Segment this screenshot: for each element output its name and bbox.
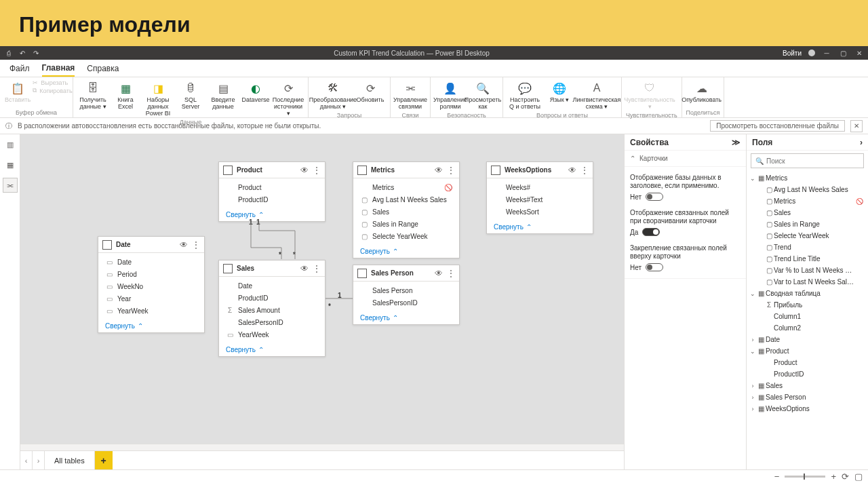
tree-row[interactable]: ⌄▦Product	[749, 345, 865, 357]
table-metrics[interactable]: Metrics👁⋮ Metrics🚫 ▢Avg Last N Weeks Sal…	[353, 161, 460, 258]
menu-file[interactable]: Файл	[9, 60, 30, 77]
manage-relations-button[interactable]: ⫘Управление связями	[395, 79, 426, 112]
report-view-button[interactable]: ▥	[3, 137, 18, 152]
add-tab-button[interactable]: +	[95, 451, 113, 469]
cut-button[interactable]: ✂Вырезать	[33, 79, 72, 86]
sql-button[interactable]: 🛢SQL Server	[175, 79, 206, 112]
enter-data-button[interactable]: ▤Введите данные	[208, 79, 239, 112]
more-icon[interactable]: ⋮	[447, 269, 455, 278]
toggle-pin-related[interactable]: Нет	[630, 262, 741, 275]
sensitivity-button[interactable]: 🛡Чувствительность ▾	[626, 79, 673, 112]
tree-row[interactable]: ΣПрибыль	[749, 299, 865, 311]
refresh-button[interactable]: ⟳Обновить	[355, 79, 386, 105]
more-icon[interactable]: ⋮	[447, 166, 455, 175]
fit-width-button[interactable]: ▢	[854, 471, 863, 482]
tree-row[interactable]: Column1	[749, 311, 865, 322]
pbi-datasets-button[interactable]: ◨Наборы данных Power BI	[142, 79, 174, 119]
fit-page-button[interactable]: ⟳	[842, 471, 849, 482]
collapse-link[interactable]: Свернуть⌃	[98, 320, 204, 332]
paste-button[interactable]: 📋 Вставить	[4, 79, 31, 105]
tree-row[interactable]: ›▦Sales Person	[749, 391, 865, 403]
model-view-button[interactable]: ⫘	[3, 178, 18, 193]
tree-row[interactable]: ▢Sales	[749, 207, 865, 218]
tree-row[interactable]: Product	[749, 357, 865, 368]
eye-icon[interactable]: 👁	[180, 240, 188, 250]
get-data-button[interactable]: 🗄Получить данные ▾	[77, 79, 108, 112]
tree-row[interactable]: ›▦Sales	[749, 380, 865, 391]
collapse-link[interactable]: Свернуть⌃	[353, 311, 459, 324]
avatar-icon[interactable]	[808, 50, 815, 56]
zoom-slider[interactable]	[785, 476, 825, 478]
viewas-button[interactable]: 🔍Просмотреть как	[467, 79, 498, 112]
tree-row[interactable]: ▢Selecte YearWeek	[749, 230, 865, 242]
zoom-out-button[interactable]: −	[774, 471, 780, 482]
copy-button[interactable]: ⧉Копировать	[33, 87, 72, 94]
zoom-in-button[interactable]: +	[831, 471, 836, 482]
tree-row[interactable]: ›▦WeeksOptions	[749, 403, 865, 414]
minimize-icon[interactable]: ─	[822, 48, 831, 58]
model-canvas[interactable]: Date👁⋮ ▭Date ▭Period ▭WeekNo ▭Year ▭Year…	[20, 134, 624, 444]
tree-row[interactable]: Column2	[749, 322, 865, 334]
qa-setup-button[interactable]: 💬Настроить Q и ответы	[507, 79, 542, 112]
tree-row[interactable]: ▢Sales in Range	[749, 218, 865, 230]
signin-label[interactable]: Войти	[783, 50, 802, 57]
search-input[interactable]: 🔍	[751, 153, 864, 168]
tree-row[interactable]: ⌄▦Metrics	[749, 172, 865, 184]
qa-ling-button[interactable]: AЛингвистическая схема ▾	[576, 79, 617, 112]
excel-button[interactable]: ▦Книга Excel	[110, 79, 141, 112]
eye-icon[interactable]: 👁	[300, 166, 309, 175]
tree-row[interactable]: ▢Trend Line Title	[749, 253, 865, 265]
tree-row[interactable]: ▢Avg Last N Weeks Sales	[749, 184, 865, 195]
more-icon[interactable]: ⋮	[313, 264, 321, 273]
transform-button[interactable]: 🛠Преобразование данных ▾	[313, 79, 353, 112]
eye-icon[interactable]: 👁	[300, 264, 309, 273]
eye-icon[interactable]: 👁	[435, 269, 443, 278]
tree-row[interactable]: ▢Var to Last N Weeks Sales Avg	[749, 276, 865, 288]
table-salesperson[interactable]: Sales Person👁⋮ Sales Person SalesPersonI…	[353, 265, 460, 325]
tree-row[interactable]: ⌄▦Сводная таблица	[749, 288, 865, 299]
data-view-button[interactable]: ▦	[3, 157, 18, 172]
tree-row[interactable]: ›▦Date	[749, 334, 865, 345]
more-icon[interactable]: ⋮	[313, 166, 321, 175]
tree-row[interactable]: ▢Trend	[749, 242, 865, 253]
cards-section[interactable]: ⌃Карточки	[630, 153, 741, 163]
tree-row[interactable]: ▢Var % to Last N Weeks Sales Avg	[749, 265, 865, 276]
redo-icon[interactable]: ↷	[31, 48, 41, 58]
qa-lang-button[interactable]: 🌐Язык ▾	[544, 79, 575, 105]
tab-all-tables[interactable]: All tables	[45, 451, 95, 469]
tab-prev-button[interactable]: ‹	[20, 451, 33, 469]
table-pen-icon: ▤	[216, 81, 231, 96]
tree-row[interactable]: ▢Metrics🚫	[749, 195, 865, 207]
toggle-db-header[interactable]: Нет	[630, 191, 741, 205]
expand-icon[interactable]: ›	[860, 138, 863, 147]
menu-home[interactable]: Главная	[42, 60, 75, 77]
view-recovered-button[interactable]: Просмотреть восстановленные файлы	[710, 120, 845, 132]
table-date[interactable]: Date👁⋮ ▭Date ▭Period ▭WeekNo ▭Year ▭Year…	[98, 236, 205, 333]
more-icon[interactable]: ⋮	[192, 240, 200, 250]
dataverse-button[interactable]: ◐Dataverse	[240, 79, 271, 105]
eye-icon[interactable]: 👁	[568, 166, 576, 175]
close-icon[interactable]: ✕	[854, 48, 864, 58]
eye-icon[interactable]: 👁	[435, 166, 443, 175]
table-product[interactable]: Product👁⋮ Product ProductID Свернуть⌃	[218, 161, 326, 222]
collapse-link[interactable]: Свернуть⌃	[353, 245, 459, 258]
table-sales[interactable]: Sales👁⋮ Date ProductID ΣSales Amount Sal…	[218, 260, 326, 357]
collapse-link[interactable]: Свернуть⌃	[487, 220, 593, 233]
roles-button[interactable]: 👤Управление ролями	[435, 79, 466, 112]
maximize-icon[interactable]: ▢	[838, 48, 848, 58]
save-icon[interactable]: ⎙	[4, 48, 14, 58]
tree-row[interactable]: ProductID	[749, 368, 865, 380]
toggle-related-collapse[interactable]: Да	[630, 227, 741, 240]
table-weeksoptions[interactable]: WeeksOptions👁⋮ Weeks# Weeks#Text WeeksSo…	[486, 161, 593, 234]
expand-icon[interactable]: ≫	[732, 138, 741, 147]
publish-button[interactable]: ☁Опубликовать	[686, 79, 717, 105]
more-icon[interactable]: ⋮	[580, 166, 589, 175]
collapse-link[interactable]: Свернуть⌃	[219, 343, 325, 356]
dismiss-infobar-button[interactable]: ✕	[850, 120, 863, 132]
undo-icon[interactable]: ↶	[18, 48, 27, 58]
menu-help[interactable]: Справка	[87, 60, 119, 77]
recent-sources-button[interactable]: ⟳Последние источники ▾	[273, 79, 304, 119]
dataverse-icon: ◐	[248, 81, 263, 96]
horizontal-scrollbar[interactable]	[20, 444, 624, 450]
tab-next-button[interactable]: ›	[33, 451, 45, 469]
